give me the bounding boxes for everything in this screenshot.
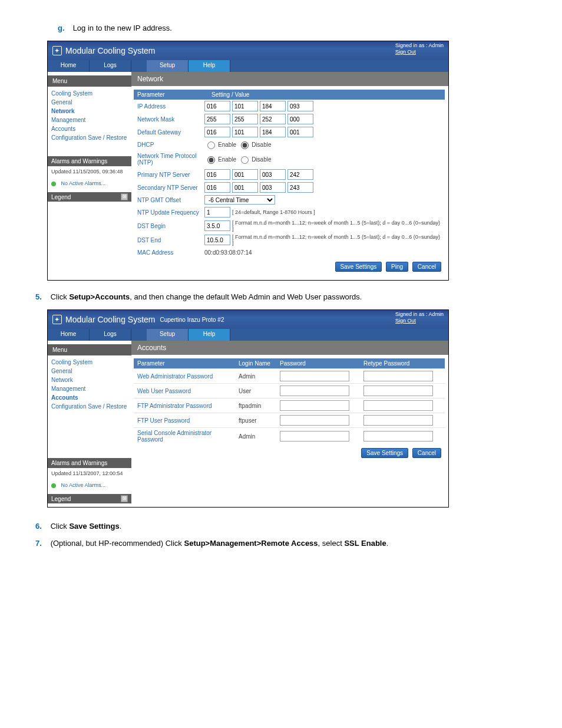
tab-spacer	[131, 60, 147, 72]
tab-help[interactable]: Help	[189, 60, 230, 72]
gmt-select[interactable]: -6 Central Time	[204, 195, 275, 205]
ip-octet-input[interactable]	[232, 101, 258, 111]
secondary-ntp-octet-input[interactable]	[260, 182, 286, 193]
retype-password-input[interactable]	[363, 386, 433, 396]
ip-octet-input[interactable]	[260, 101, 286, 111]
pntp-label: Primary NTP Server	[137, 170, 204, 179]
menu-item[interactable]: Accounts	[51, 124, 130, 133]
mask-octet-input[interactable]	[232, 114, 258, 124]
alarms-updated: Updated 11/13/2007, 12:00:54	[51, 470, 128, 476]
retype-password-input[interactable]	[363, 400, 433, 411]
save-settings-button[interactable]: Save Settings	[335, 262, 382, 272]
sign-out-link[interactable]: Sign Out	[395, 318, 416, 324]
primary-ntp-octet-input[interactable]	[260, 169, 286, 180]
app-title: Modular Cooling System	[65, 315, 156, 324]
mac-label: MAC Address	[137, 248, 204, 257]
cancel-button[interactable]: Cancel	[412, 448, 441, 458]
app-subtitle: Cupertino Irazu Proto #2	[160, 317, 224, 323]
retype-password-input[interactable]	[363, 371, 433, 381]
dhcp-disable-radio[interactable]	[241, 141, 249, 149]
step-5: 5. Click Setup>Accounts, and then change…	[35, 292, 527, 301]
gateway-octet-input[interactable]	[204, 127, 230, 137]
password-input[interactable]	[280, 371, 349, 381]
primary-ntp-octet-input[interactable]	[232, 169, 258, 180]
alarms-header: Alarms and Warnings	[48, 156, 131, 166]
retype-password-input[interactable]	[363, 431, 433, 442]
secondary-ntp-octet-input[interactable]	[232, 182, 258, 193]
no-alarms-text: No Active Alarms...	[61, 482, 106, 488]
tab-setup[interactable]: Setup	[147, 329, 189, 341]
account-row: FTP Administrator Passwordftpadmin	[134, 398, 445, 413]
dst-end-input[interactable]	[204, 235, 230, 245]
legend-expand-icon[interactable]: ⊞	[121, 495, 128, 502]
step-g-text: Log in to the new IP address.	[73, 24, 172, 32]
cancel-button[interactable]: Cancel	[412, 262, 441, 272]
password-input[interactable]	[280, 431, 349, 442]
password-input[interactable]	[280, 415, 349, 426]
col-password: Password	[276, 358, 360, 368]
step-marker-5: 5.	[35, 292, 48, 301]
retype-password-input[interactable]	[363, 415, 433, 426]
gateway-octet-input[interactable]	[287, 127, 313, 137]
dhcp-enable-radio[interactable]	[207, 141, 215, 149]
tab-logs[interactable]: Logs	[90, 329, 131, 341]
tab-home[interactable]: Home	[48, 60, 90, 72]
alarm-status[interactable]: No Active Alarms...	[51, 476, 128, 490]
ip-octet-input[interactable]	[287, 101, 313, 111]
freq-input[interactable]	[204, 207, 230, 218]
menu-item[interactable]: General	[51, 367, 130, 375]
account-param: FTP Administrator Password	[134, 401, 235, 411]
password-input[interactable]	[280, 386, 349, 396]
signed-in-label: Signed in as :	[395, 42, 428, 48]
dhcp-label: DHCP	[137, 140, 204, 149]
alarms-updated: Updated 11/15/2005, 09:36:48	[51, 169, 128, 174]
ip-octet-input[interactable]	[204, 101, 230, 111]
mask-octet-input[interactable]	[260, 114, 286, 124]
menu-item[interactable]: Management	[51, 116, 130, 124]
menu-item[interactable]: Management	[51, 384, 130, 393]
step-6: 6. Click Save Settings.	[35, 522, 527, 531]
dst-begin-label: DST Begin	[137, 222, 204, 230]
alarm-status[interactable]: No Active Alarms...	[51, 174, 128, 189]
legend-expand-icon[interactable]: ⊞	[121, 193, 128, 200]
screenshot-network: ✦ Modular Cooling System Signed in as : …	[47, 41, 449, 281]
primary-ntp-octet-input[interactable]	[287, 169, 313, 180]
gateway-octet-input[interactable]	[260, 127, 286, 137]
step-marker-g: g.	[58, 24, 71, 32]
signed-in-label: Signed in as :	[395, 311, 428, 317]
dst-begin-input[interactable]	[204, 220, 230, 231]
signed-in-value: Admin	[428, 42, 444, 48]
menu-item[interactable]: Network	[51, 375, 130, 384]
menu-item[interactable]: Cooling System	[51, 358, 130, 367]
col-login: Login Name	[235, 358, 276, 368]
tab-setup[interactable]: Setup	[147, 60, 189, 72]
tab-help[interactable]: Help	[189, 329, 230, 341]
account-param: Serial Console Administrator Password	[134, 428, 235, 444]
primary-ntp-octet-input[interactable]	[204, 169, 230, 180]
ping-button[interactable]: Ping	[386, 262, 408, 272]
mask-octet-input[interactable]	[204, 114, 230, 124]
menu-item[interactable]: Accounts	[51, 393, 130, 402]
tab-logs[interactable]: Logs	[90, 60, 131, 72]
menu-item[interactable]: Network	[51, 107, 130, 116]
mask-octet-input[interactable]	[287, 114, 313, 124]
ntp-enable-radio[interactable]	[207, 156, 215, 164]
tab-home[interactable]: Home	[48, 329, 90, 341]
account-row: Web User PasswordUser	[134, 383, 445, 398]
menu-item[interactable]: General	[51, 98, 130, 107]
secondary-ntp-octet-input[interactable]	[287, 182, 313, 193]
password-input[interactable]	[280, 400, 349, 411]
ntp-disable-radio[interactable]	[241, 156, 249, 164]
account-login: Admin	[235, 431, 276, 442]
secondary-ntp-octet-input[interactable]	[204, 182, 230, 193]
menu-item[interactable]: Configuration Save / Restore	[51, 133, 130, 142]
step-marker-6: 6.	[35, 522, 48, 531]
sign-out-link[interactable]: Sign Out	[395, 49, 416, 55]
menu-item[interactable]: Configuration Save / Restore	[51, 402, 130, 411]
menu-item[interactable]: Cooling System	[51, 89, 130, 98]
dst-end-label: DST End	[137, 236, 204, 245]
status-ok-icon	[51, 483, 56, 488]
save-settings-button[interactable]: Save Settings	[361, 448, 408, 458]
gateway-octet-input[interactable]	[232, 127, 258, 137]
account-param: FTP User Password	[134, 416, 235, 426]
